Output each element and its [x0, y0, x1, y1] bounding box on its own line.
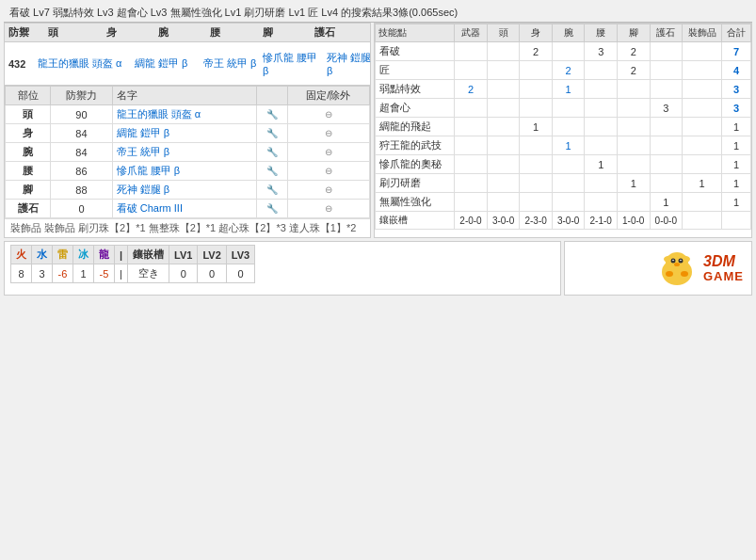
waist-cat-label: 腰: [210, 25, 262, 40]
skill-arm: [552, 155, 585, 174]
minus-cell: ⊖: [287, 143, 369, 162]
part-cell: 腰: [6, 162, 51, 181]
equip-row-3: 腰 86 慘爪龍 腰甲 β 🔧 ⊖: [6, 162, 370, 181]
chick-mascot: [654, 246, 700, 291]
body-cat-label: 身: [106, 25, 158, 40]
skill-accessory: [683, 80, 722, 99]
skill-arm: 2: [552, 61, 585, 80]
skill-weapon: [455, 42, 488, 61]
skill-waist: [585, 61, 618, 80]
skill-name-cell: 狩王龍的武技: [376, 136, 455, 155]
left-panel: 防禦 頭 身 腕 腰 腳 護石 432 龍王的獵眼 頭盔 α 綢龍 鎧甲 β 帝…: [4, 23, 371, 238]
skill-total: 7: [722, 42, 751, 61]
skill-waist: [585, 118, 618, 136]
skill-accessory: [683, 99, 722, 118]
skill-waist: 1: [585, 155, 618, 174]
skill-arm: 1: [552, 80, 585, 99]
skill-arm: [552, 118, 585, 136]
col-fixed: 固定/除外: [287, 87, 369, 105]
elem-header-3: 冰: [73, 246, 94, 264]
elem-val-2: -6: [53, 264, 73, 283]
minus-cell: ⊖: [287, 162, 369, 181]
skill-arm: [552, 42, 585, 61]
name-cell[interactable]: 帝王 統甲 β: [112, 143, 256, 162]
slot-weapon: 2-0-0: [455, 212, 488, 230]
skill-row-1: 匠 2 2 4: [376, 61, 751, 80]
skill-name-cell: 刷刃研磨: [376, 174, 455, 193]
minus-cell: ⊖: [287, 200, 369, 218]
element-table: 火水雷冰龍|鑲嵌槽LV1LV2LV3 83-61-5|空き000: [4, 241, 561, 296]
defense-cell: 86: [51, 162, 112, 181]
skill-weapon: [455, 193, 488, 212]
minus-cell: ⊖: [287, 124, 369, 143]
equip-row-4: 腳 88 死神 鎧腿 β 🔧 ⊖: [6, 181, 370, 200]
skill-weapon: 2: [455, 80, 488, 99]
skill-stone: [650, 80, 683, 99]
skill-leg: [617, 193, 650, 212]
skill-body: [520, 155, 553, 174]
page-wrapper: 看破 Lv7 弱點特效 Lv3 超會心 Lv3 無屬性強化 Lv1 刷刃研磨 L…: [0, 0, 756, 299]
skill-waist: [585, 174, 618, 193]
skill-stone: 1: [650, 193, 683, 212]
col-body: 身: [520, 24, 553, 42]
element-header-row: 火水雷冰龍|鑲嵌槽LV1LV2LV3: [11, 246, 255, 264]
slot-empty: [683, 212, 722, 230]
col-head: 頭: [487, 24, 520, 42]
slot-head: 3-0-0: [487, 212, 520, 230]
top-header-strip: 看破 Lv7 弱點特效 Lv3 超會心 Lv3 無屬性強化 Lv1 刷刃研磨 L…: [4, 4, 752, 23]
page-title: 看破 Lv7 弱點特效 Lv3 超會心 Lv3 無屬性強化 Lv1 刷刃研磨 L…: [9, 7, 458, 18]
minus-cell: ⊖: [287, 181, 369, 200]
wrench-icon: 🔧: [257, 105, 288, 124]
slot-total: [722, 212, 751, 230]
elem-val-3: 1: [73, 264, 94, 283]
element-values-row: 83-61-5|空き000: [11, 264, 255, 283]
skill-head: [487, 80, 520, 99]
skill-body: 1: [520, 118, 553, 136]
skill-accessory: [683, 155, 722, 174]
col-leg: 腳: [617, 24, 650, 42]
elem-val-1: 3: [32, 264, 53, 283]
arm-armor-name: 帝王 統甲 β: [203, 56, 260, 71]
element-values-table: 火水雷冰龍|鑲嵌槽LV1LV2LV3 83-61-5|空き000: [10, 245, 255, 283]
accessory-value: 裝飾品 刷刃珠【2】*1 無整珠【2】*1 超心珠【2】*3 達人珠【1】*2: [44, 222, 356, 233]
svg-point-4: [674, 263, 680, 266]
leg-armor-name: 死神 鎧腿 β: [327, 51, 378, 76]
skill-body: [520, 61, 553, 80]
logo-text-block: 3DM GAME: [703, 253, 744, 284]
skill-stone: 3: [650, 99, 683, 118]
name-cell[interactable]: 綢龍 鎧甲 β: [112, 124, 256, 143]
skills-table: 技能點 武器 頭 身 腕 腰 腳 護石 裝飾品 合計 看破 2: [375, 24, 751, 230]
defense-cell: 0: [51, 200, 112, 218]
equip-row-2: 腕 84 帝王 統甲 β 🔧 ⊖: [6, 143, 370, 162]
armor-summary-row: 432 龍王的獵眼 頭盔 α 綢龍 鎧甲 β 帝王 統甲 β 慘爪龍 腰甲 β …: [5, 42, 370, 86]
svg-point-7: [666, 271, 673, 277]
skill-head: [487, 155, 520, 174]
name-cell[interactable]: 死神 鎧腿 β: [112, 181, 256, 200]
skill-leg: [617, 136, 650, 155]
accessory-label: 裝飾品: [10, 222, 41, 233]
total-defense: 432: [8, 58, 35, 70]
leg-cat-label: 腳: [263, 25, 314, 40]
name-cell[interactable]: 慘爪龍 腰甲 β: [112, 162, 256, 181]
col-accessory: 裝飾品: [683, 24, 722, 42]
skill-body: [520, 99, 553, 118]
defense-cell: 88: [51, 181, 112, 200]
name-cell[interactable]: 龍王的獵眼 頭盔 α: [112, 105, 256, 124]
skill-row-5: 狩王龍的武技 1 1: [376, 136, 751, 155]
skill-weapon: [455, 174, 488, 193]
elem-header-4: 龍: [94, 246, 115, 264]
name-cell[interactable]: 看破 Charm III: [112, 200, 256, 218]
skill-row-7: 刷刃研磨 1 1 1: [376, 174, 751, 193]
svg-point-10: [680, 260, 682, 262]
svg-point-8: [681, 271, 688, 277]
skill-stone: [650, 136, 683, 155]
skill-name-cell: 弱點特效: [376, 80, 455, 99]
skill-weapon: [455, 136, 488, 155]
wrench-icon: 🔧: [257, 124, 288, 143]
logo-area: 3DM GAME: [564, 241, 752, 296]
elem-header-6: 鑲嵌槽: [128, 246, 169, 264]
category-header-row: 防禦 頭 身 腕 腰 腳 護石: [5, 24, 370, 42]
equip-row-5: 護石 0 看破 Charm III 🔧 ⊖: [6, 200, 370, 218]
skill-name-cell: 看破: [376, 42, 455, 61]
skill-weapon: [455, 61, 488, 80]
